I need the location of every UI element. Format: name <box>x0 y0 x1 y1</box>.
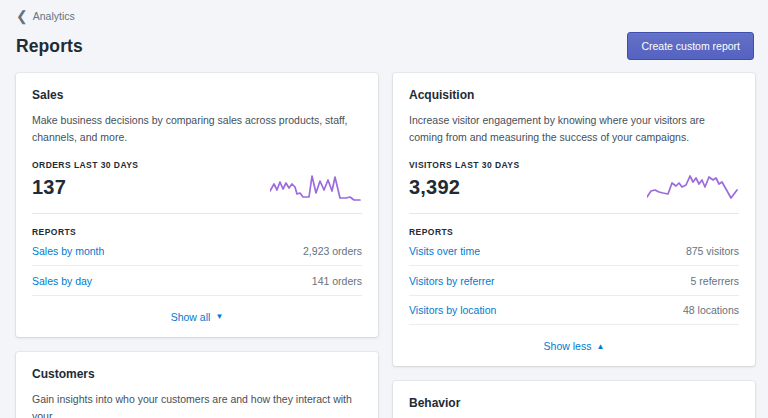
divider <box>409 213 739 214</box>
report-link-visitors-by-location[interactable]: Visitors by location <box>409 304 496 316</box>
report-link-visitors-by-referrer[interactable]: Visitors by referrer <box>409 275 495 287</box>
back-chevron-icon: ❮ <box>16 11 28 21</box>
caret-down-icon: ▼ <box>215 312 223 321</box>
toggle-label: Show all <box>171 311 211 323</box>
report-link-sales-by-month[interactable]: Sales by month <box>32 245 104 257</box>
left-column: Sales Make business decisions by compari… <box>16 73 378 418</box>
report-link-sales-by-day[interactable]: Sales by day <box>32 275 92 287</box>
card-description: Gain insights into who your customers ar… <box>32 391 362 418</box>
metric-value: 137 <box>32 176 66 199</box>
breadcrumb-analytics[interactable]: ❮ Analytics <box>16 10 75 22</box>
report-link-visits-over-time[interactable]: Visits over time <box>409 245 480 257</box>
reports-grid: Sales Make business decisions by compari… <box>0 60 768 418</box>
report-value: 2,923 orders <box>303 245 362 257</box>
card-title: Acquisition <box>409 88 739 102</box>
sales-sparkline-chart <box>270 172 362 204</box>
card-description: Make business decisions by comparing sal… <box>32 112 362 147</box>
create-custom-report-button[interactable]: Create custom report <box>627 32 754 60</box>
show-all-toggle[interactable]: Show all ▼ <box>171 311 224 323</box>
show-less-toggle[interactable]: Show less ▲ <box>544 340 605 352</box>
customers-card: Customers Gain insights into who your cu… <box>16 352 378 418</box>
metric-label: Visitors last 30 days <box>409 160 739 170</box>
report-value: 875 visitors <box>686 245 739 257</box>
report-value: 5 referrers <box>691 275 739 287</box>
metric-value: 3,392 <box>409 176 460 199</box>
report-value: 141 orders <box>312 275 362 287</box>
card-title: Sales <box>32 88 362 102</box>
report-row: Visitors by location 48 locations <box>409 296 739 326</box>
page-header: ❮ Analytics Reports Create custom report <box>0 0 768 60</box>
page-title: Reports <box>16 36 83 57</box>
report-row: Visitors by referrer 5 referrers <box>409 266 739 296</box>
toggle-label: Show less <box>544 340 592 352</box>
right-column: Acquisition Increase visitor engagement … <box>393 73 755 418</box>
divider <box>32 213 362 214</box>
reports-section-label: Reports <box>409 227 739 237</box>
report-row: Sales by month 2,923 orders <box>32 237 362 267</box>
acquisition-sparkline-chart <box>647 172 739 204</box>
behavior-card: Behavior <box>393 381 755 418</box>
card-title: Customers <box>32 367 362 381</box>
report-value: 48 locations <box>683 304 739 316</box>
caret-up-icon: ▲ <box>596 342 604 351</box>
metric-label: Orders last 30 days <box>32 160 362 170</box>
breadcrumb-label: Analytics <box>33 10 75 22</box>
report-row: Visits over time 875 visitors <box>409 237 739 267</box>
card-title: Behavior <box>409 396 739 410</box>
acquisition-card: Acquisition Increase visitor engagement … <box>393 73 755 366</box>
card-description: Increase visitor engagement by knowing w… <box>409 112 739 147</box>
sales-card: Sales Make business decisions by compari… <box>16 73 378 337</box>
reports-section-label: Reports <box>32 227 362 237</box>
report-row: Sales by day 141 orders <box>32 266 362 296</box>
